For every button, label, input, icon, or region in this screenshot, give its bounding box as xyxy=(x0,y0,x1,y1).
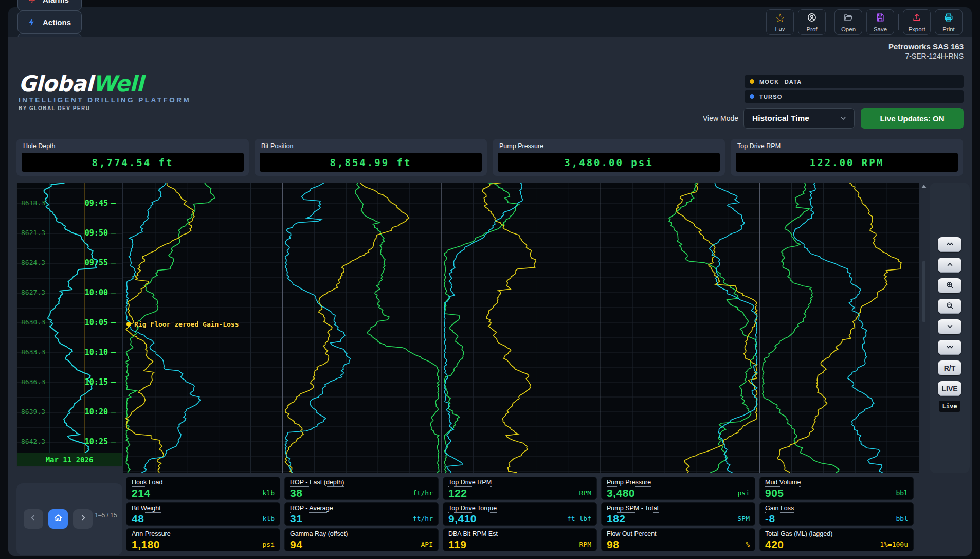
readout-label: Ann Pressure xyxy=(132,530,171,538)
annotation-text: Rig Floor zeroed Gain-Loss xyxy=(134,320,239,328)
metric-display: 3,480.00 psi xyxy=(498,153,720,172)
readout-bit-weight[interactable]: Bit Weight48klb xyxy=(126,502,280,526)
readout-flow-out-percent[interactable]: Flow Out Percent98% xyxy=(601,528,755,551)
readout-rop-average[interactable]: ROP - Average31ft/hr xyxy=(284,502,439,526)
live-button[interactable]: LIVE xyxy=(938,381,961,396)
person-icon xyxy=(807,12,817,25)
readout-label: Top Drive RPM xyxy=(448,479,492,487)
zoom-in-button[interactable] xyxy=(938,278,961,293)
chart-scrollbar[interactable] xyxy=(921,184,927,472)
export-label: Export xyxy=(908,26,925,32)
metric-card-2: Pump Pressure3,480.00 psi xyxy=(493,139,725,176)
readout-unit: % xyxy=(746,540,750,548)
chevron-left-icon xyxy=(28,513,39,525)
prof-button[interactable]: Prof xyxy=(798,9,826,35)
rt-button[interactable]: R/T xyxy=(938,360,961,375)
bolt-icon xyxy=(26,16,38,28)
readout-gamma-ray-offset[interactable]: Gamma Ray (offset)94API xyxy=(284,528,439,551)
open-label: Open xyxy=(841,26,856,32)
readout-label: Bit Weight xyxy=(132,504,161,513)
readout-label: ROP - Fast (depth) xyxy=(290,479,344,487)
chevron-up-icon xyxy=(945,260,955,271)
page-next-button[interactable] xyxy=(73,509,93,529)
open-button[interactable]: Open xyxy=(834,9,862,35)
view-mode-select[interactable]: Historical Time xyxy=(743,108,855,129)
readout-ann-pressure[interactable]: Ann Pressure1,180psi xyxy=(126,528,280,551)
depth-time-track[interactable]: 8618.309:458621.309:508624.309:558627.31… xyxy=(16,183,122,467)
readout-value: 98 xyxy=(607,538,619,551)
readout-total-gas-ml-lagged[interactable]: Total Gas (ML) (lagged)4201%=100u xyxy=(759,528,914,551)
depth-label: 8639.3 xyxy=(21,408,45,416)
print-label: Print xyxy=(942,26,955,32)
metric-label: Top Drive RPM xyxy=(737,142,781,150)
well-name: Petroworks SAS 163 xyxy=(888,42,964,51)
annotation-dot-icon xyxy=(126,322,131,327)
readout-label: Pump SPM - Total xyxy=(607,504,659,513)
readout-hook-load[interactable]: Hook Load214klb xyxy=(126,477,280,500)
time-label: 10:05 xyxy=(85,318,116,327)
readout-value: 94 xyxy=(290,538,302,551)
live-label: LIVE xyxy=(941,385,957,393)
readout-mud-volume[interactable]: Mud Volume905bbl xyxy=(759,477,914,500)
scroll-top-button[interactable] xyxy=(938,237,961,252)
readout-top-drive-rpm[interactable]: Top Drive RPM122RPM xyxy=(443,477,597,500)
readout-label: Flow Out Percent xyxy=(607,530,657,538)
readout-value: 38 xyxy=(290,487,302,499)
chevron-down-icon xyxy=(945,321,955,333)
readout-top-drive-torque[interactable]: Top Drive Torque9,410ft-lbf xyxy=(443,502,597,526)
time-label: 10:15 xyxy=(85,377,116,387)
file-button-group: ☆FavProfOpenSaveExportPrint xyxy=(762,9,963,35)
nav-alarms-button[interactable]: Alarms xyxy=(17,0,82,11)
status-dot-icon xyxy=(750,94,754,99)
readout-rop-fast-depth[interactable]: ROP - Fast (depth)38ft/hr xyxy=(284,477,439,500)
time-label: 10:20 xyxy=(85,407,116,417)
view-mode-label: View Mode xyxy=(703,114,738,122)
readout-value: 1,180 xyxy=(132,538,160,551)
scrollbar-thumb[interactable] xyxy=(922,261,925,322)
export-button[interactable]: Export xyxy=(903,9,931,35)
scrollbar-up-arrow-icon[interactable] xyxy=(921,185,927,188)
page-info: 1–5 / 15 xyxy=(94,511,118,520)
readout-pump-pressure[interactable]: Pump Pressure3,480psi xyxy=(601,477,755,500)
nav-alarms-label: Alarms xyxy=(43,0,69,4)
save-button[interactable]: Save xyxy=(866,9,894,35)
zoom-out-button[interactable] xyxy=(938,299,961,314)
print-icon xyxy=(943,12,954,25)
readout-unit: klb xyxy=(263,515,275,522)
readout-pump-spm-total[interactable]: Pump SPM - Total182SPM xyxy=(601,502,755,526)
fav-button[interactable]: ☆Fav xyxy=(766,9,794,35)
readout-dba-bit-rpm-est[interactable]: DBA Bit RPM Est119RPM xyxy=(443,528,597,551)
readout-label: Top Drive Torque xyxy=(448,504,497,513)
readout-label: DBA Bit RPM Est xyxy=(448,530,498,538)
readout-unit: bbl xyxy=(896,489,908,497)
time-label: 10:25 xyxy=(85,437,116,446)
nav-actions-label: Actions xyxy=(43,18,71,27)
readout-unit: ft/hr xyxy=(413,515,433,522)
track-pagination-panel: 1–5 / 15 xyxy=(16,483,122,555)
folder-icon xyxy=(843,12,854,25)
metric-display: 8,774.54 ft xyxy=(22,153,244,172)
print-button[interactable]: Print xyxy=(935,9,963,35)
readout-value: 48 xyxy=(132,513,144,525)
readout-value: 420 xyxy=(765,538,784,551)
readout-gain-loss[interactable]: Gain Loss-8bbl xyxy=(759,502,914,526)
live-updates-button[interactable]: Live Updates: ON xyxy=(861,108,964,129)
readout-label: Total Gas (ML) (lagged) xyxy=(765,530,832,538)
readout-value: 31 xyxy=(290,513,302,525)
export-icon xyxy=(912,12,922,25)
status-bar-label: MOCK DATA xyxy=(759,79,802,85)
readout-unit: psi xyxy=(263,540,275,548)
logo-secondary: Well xyxy=(93,71,143,96)
chart-panels[interactable]: Rig Floor zeroed Gain-Loss xyxy=(123,183,919,473)
scroll-bottom-button[interactable] xyxy=(938,340,961,355)
time-label: 09:45 xyxy=(85,199,116,208)
page-prev-button[interactable] xyxy=(24,509,43,529)
time-label: 09:55 xyxy=(85,258,116,267)
scroll-down-button[interactable] xyxy=(938,319,961,334)
nav-actions-button[interactable]: Actions xyxy=(17,11,82,33)
page-home-button[interactable] xyxy=(48,509,68,529)
readout-unit: SPM xyxy=(738,515,750,522)
scroll-up-button[interactable] xyxy=(938,258,961,273)
depth-label: 8627.3 xyxy=(21,288,45,296)
rt-label: R/T xyxy=(944,364,956,372)
